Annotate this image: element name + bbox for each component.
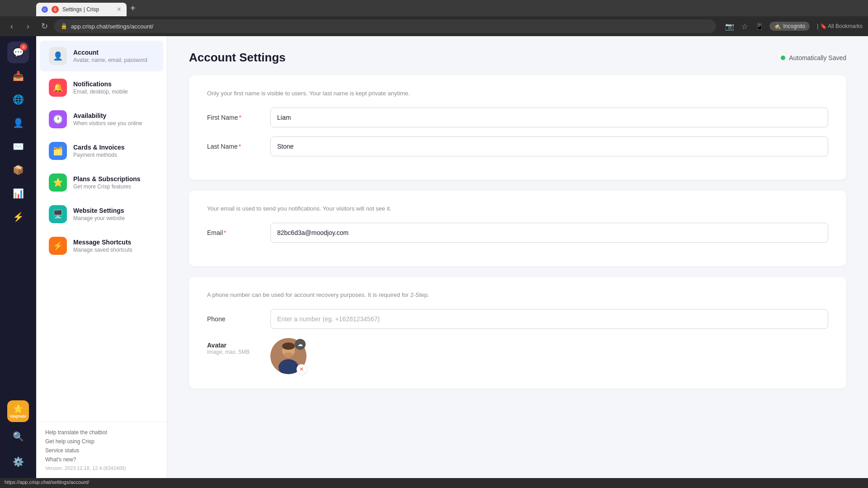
service-status-link[interactable]: Service status [45, 447, 158, 454]
name-hint: Only your first name is visible to users… [207, 90, 828, 97]
address-bar[interactable]: 🔒 app.crisp.chat/settings/account/ [54, 19, 716, 33]
search-icon: 🔍 [13, 431, 24, 442]
nav-item-send[interactable]: ✉️ [7, 136, 29, 157]
url-bar-text: https://app.crisp.chat/settings/account/ [5, 479, 89, 485]
sidebar: 👤 Account Avatar, name, email, password … [36, 36, 167, 478]
back-button[interactable]: ‹ [5, 22, 18, 31]
plans-icon: ⭐ [49, 174, 67, 192]
chat-badge: 6 [20, 43, 27, 51]
version-text: Version: 2023.12.18, 12.4 (8342400) [45, 465, 158, 471]
phone-form-card: A phone number can be used for account r… [189, 277, 846, 389]
svg-point-2 [282, 343, 295, 350]
availability-icon: 🕐 [49, 110, 67, 128]
bookmark-icon[interactable]: ☆ [740, 20, 750, 33]
phone-hint: A phone number can be used for account r… [207, 291, 828, 298]
help-translate-link[interactable]: Help translate the chatbot [45, 429, 158, 436]
plans-title: Plans & Subscriptions [73, 175, 141, 183]
sidebar-item-website-settings[interactable]: 🖥️ Website Settings Manage your website [40, 199, 163, 230]
avatar-label: Avatar [207, 342, 270, 349]
message-shortcuts-text: Message Shortcuts Manage saved shortcuts [73, 239, 132, 253]
incognito-badge[interactable]: 🕵️ Incognito [769, 22, 810, 31]
app-container: 💬 6 📥 🌐 👤 ✉️ 📦 📊 ⚡ ⭐ Upgrade [0, 36, 868, 478]
incognito-label: Incognito [783, 23, 805, 29]
auto-save-dot [781, 56, 785, 60]
cards-title: Cards & Invoices [73, 144, 125, 151]
nav-item-search[interactable]: 🔍 [7, 426, 29, 447]
send-icon: ✉️ [13, 141, 24, 152]
contacts-icon: 👤 [13, 117, 24, 128]
sidebar-item-message-shortcuts[interactable]: ⚡ Message Shortcuts Manage saved shortcu… [40, 230, 163, 261]
inbox-icon: 📥 [13, 70, 24, 81]
phone-label: Phone [207, 315, 270, 323]
website-settings-title: Website Settings [73, 207, 125, 214]
address-bar-row: ‹ › ↻ 🔒 app.crisp.chat/settings/account/… [0, 16, 868, 36]
nav-item-analytics[interactable]: 📊 [7, 183, 29, 204]
gear-icon: ⚙️ [13, 456, 24, 467]
icon-nav-bottom: ⭐ Upgrade 🔍 ⚙️ [7, 400, 29, 473]
plans-text: Plans & Subscriptions Get more Crisp fea… [73, 175, 141, 190]
notifications-sub: Email, desktop, mobile [73, 89, 128, 95]
grid-icon: ⚡ [13, 211, 24, 222]
camera-off-icon[interactable]: 📷 [723, 20, 736, 33]
cards-text: Cards & Invoices Payment methods [73, 144, 125, 158]
notifications-title: Notifications [73, 80, 128, 88]
message-shortcuts-sub: Manage saved shortcuts [73, 247, 132, 253]
whats-new-link[interactable]: What's new? [45, 456, 158, 463]
tablet-icon[interactable]: 📱 [753, 20, 766, 33]
refresh-button[interactable]: ↻ [38, 21, 51, 31]
avatar-upload-button[interactable]: ☁ [295, 339, 306, 350]
sidebar-item-cards-invoices[interactable]: 🗂️ Cards & Invoices Payment methods [40, 136, 163, 166]
icon-nav: 💬 6 📥 🌐 👤 ✉️ 📦 📊 ⚡ ⭐ Upgrade [0, 36, 36, 478]
sidebar-item-account[interactable]: 👤 Account Avatar, name, email, password [40, 41, 163, 71]
nav-item-globe[interactable]: 🌐 [7, 89, 29, 110]
phone-input[interactable] [270, 309, 828, 329]
url-bar: https://app.crisp.chat/settings/account/ [0, 478, 868, 488]
name-form-card: Only your first name is visible to users… [189, 75, 846, 180]
email-input[interactable] [270, 223, 828, 243]
get-help-link[interactable]: Get help using Crisp [45, 438, 158, 445]
forward-button[interactable]: › [22, 22, 34, 31]
avatar-delete-button[interactable]: ✕ [297, 364, 307, 374]
notifications-icon: 🔔 [49, 79, 67, 97]
browser-right-controls: 📷 ☆ 📱 🕵️ Incognito | 🔖 All Bookmarks [723, 20, 863, 33]
sidebar-item-notifications[interactable]: 🔔 Notifications Email, desktop, mobile [40, 72, 163, 103]
nav-item-chat[interactable]: 💬 6 [7, 42, 29, 63]
nav-item-box[interactable]: 📦 [7, 159, 29, 181]
incognito-icon: 🕵️ [774, 23, 781, 29]
avatar-row: Avatar Image, max. 5MB [207, 338, 828, 374]
tab-close-button[interactable]: × [117, 5, 121, 14]
active-tab[interactable]: C 6 Settings | Crisp × [36, 3, 127, 16]
first-name-label: First Name* [207, 114, 270, 121]
svg-point-4 [284, 352, 293, 358]
lock-icon: 🔒 [61, 23, 67, 29]
message-shortcuts-title: Message Shortcuts [73, 239, 132, 246]
main-header: Account Settings Automatically Saved [167, 36, 868, 75]
cards-icon: 🗂️ [49, 142, 67, 160]
new-tab-button[interactable]: + [127, 3, 139, 14]
upgrade-star-icon: ⭐ [13, 404, 23, 414]
email-hint: Your email is used to send you notificat… [207, 205, 828, 212]
nav-item-grid[interactable]: ⚡ [7, 206, 29, 228]
upgrade-button[interactable]: ⭐ Upgrade [7, 400, 29, 422]
email-form-card: Your email is used to send you notificat… [189, 191, 846, 266]
availability-title: Availability [73, 112, 142, 119]
sidebar-item-plans[interactable]: ⭐ Plans & Subscriptions Get more Crisp f… [40, 167, 163, 198]
website-settings-text: Website Settings Manage your website [73, 207, 125, 221]
bookmarks-label: | 🔖 All Bookmarks [817, 23, 863, 29]
box-icon: 📦 [13, 164, 24, 175]
first-name-input[interactable] [270, 108, 828, 127]
email-row: Email* [207, 223, 828, 243]
upgrade-label: Upgrade [10, 414, 27, 418]
phone-row: Phone [207, 309, 828, 329]
last-name-input[interactable] [270, 136, 828, 156]
avatar-label-group: Avatar Image, max. 5MB [207, 338, 270, 355]
main-content: Account Settings Automatically Saved Onl… [167, 36, 868, 478]
auto-save-indicator: Automatically Saved [781, 54, 846, 61]
nav-item-contacts[interactable]: 👤 [7, 112, 29, 134]
tab-bar: C 6 Settings | Crisp × + [0, 0, 868, 16]
nav-item-inbox[interactable]: 📥 [7, 65, 29, 87]
address-text: app.crisp.chat/settings/account/ [71, 23, 153, 30]
page-title: Account Settings [189, 51, 286, 65]
sidebar-item-availability[interactable]: 🕐 Availability When visitors see you onl… [40, 104, 163, 135]
nav-item-settings[interactable]: ⚙️ [7, 451, 29, 473]
